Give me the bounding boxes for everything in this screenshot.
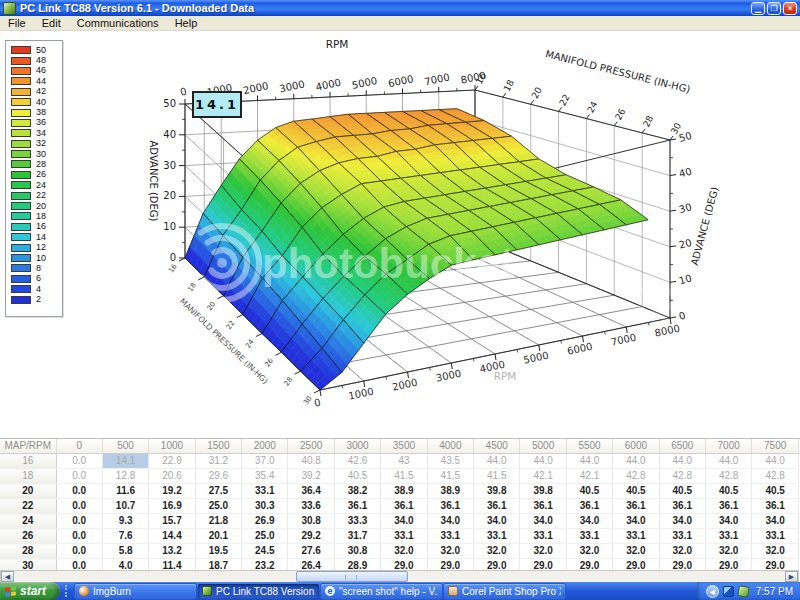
scroll-right-arrow-icon[interactable]: ▶	[785, 571, 798, 582]
table-cell[interactable]: 39.2	[288, 469, 334, 484]
table-cell[interactable]: 34.0	[566, 514, 612, 529]
app-icon[interactable]	[3, 2, 16, 15]
table-cell[interactable]: 10.7	[102, 499, 148, 514]
tray-network-icon[interactable]	[723, 586, 734, 597]
table-cell[interactable]: 32.0	[566, 544, 612, 559]
table-cell[interactable]: 34.0	[705, 514, 751, 529]
table-cell[interactable]: 44.0	[566, 454, 612, 469]
table-cell[interactable]: 31.7	[334, 529, 380, 544]
table-cell[interactable]: 42.1	[566, 469, 612, 484]
table-cell[interactable]: 44.0	[613, 454, 659, 469]
table-cell[interactable]: 12.8	[102, 469, 148, 484]
table-cell[interactable]: 36.1	[566, 499, 612, 514]
table-cell[interactable]: 19.5	[195, 544, 241, 559]
table-cell[interactable]: 33.1	[752, 529, 799, 544]
table-cell[interactable]: 40.5	[566, 484, 612, 499]
table-cell[interactable]: 39.8	[474, 484, 520, 499]
table-cell[interactable]: 41.5	[427, 469, 473, 484]
table-cell[interactable]: 14.4	[149, 529, 195, 544]
table-cell[interactable]: 34.0	[752, 514, 799, 529]
table-cell[interactable]: 44.0	[659, 454, 705, 469]
table-cell[interactable]: 34.0	[427, 514, 473, 529]
table-cell[interactable]: 14.1	[102, 454, 148, 469]
table-cell[interactable]: 29.6	[195, 469, 241, 484]
scrollbar-thumb[interactable]	[296, 571, 408, 582]
table-cell[interactable]: 32.0	[381, 544, 427, 559]
taskbar-button-pclink[interactable]: PC Link TC88 Version ...	[198, 584, 319, 599]
table-cell[interactable]: 21.8	[195, 514, 241, 529]
table-cell[interactable]: 5.8	[102, 544, 148, 559]
hide-tray-icons-chevron[interactable]: ◄	[706, 585, 719, 598]
table-cell[interactable]: 33.1	[427, 529, 473, 544]
table-cell[interactable]: 32.0	[520, 544, 566, 559]
table-cell[interactable]: 42.6	[334, 454, 380, 469]
table-cell[interactable]: 38.9	[381, 484, 427, 499]
restore-button[interactable]: ❐	[767, 2, 781, 15]
table-cell[interactable]: 36.1	[334, 499, 380, 514]
taskbar-button-browser[interactable]: e"screen shot" help - V...	[321, 584, 442, 599]
table-cell[interactable]: 36.1	[752, 499, 799, 514]
table-cell[interactable]: 36.1	[520, 499, 566, 514]
table-cell[interactable]: 0.0	[56, 544, 102, 559]
table-cell[interactable]: 16.9	[149, 499, 195, 514]
table-cell[interactable]: 34.0	[613, 514, 659, 529]
table-cell[interactable]: 30.8	[334, 544, 380, 559]
table-cell[interactable]: 33.6	[288, 499, 334, 514]
table-cell[interactable]: 44.0	[705, 454, 751, 469]
table-cell[interactable]: 34.0	[659, 514, 705, 529]
table-cell[interactable]: 44.0	[474, 454, 520, 469]
table-cell[interactable]: 25.0	[195, 499, 241, 514]
table-cell[interactable]: 33.1	[566, 529, 612, 544]
table-cell[interactable]: 33.1	[242, 484, 288, 499]
table-cell[interactable]: 34.0	[381, 514, 427, 529]
table-cell[interactable]: 31.2	[195, 454, 241, 469]
table-cell[interactable]: 39.8	[520, 484, 566, 499]
table-cell[interactable]: 22.9	[149, 454, 195, 469]
table-cell[interactable]: 42.8	[752, 469, 799, 484]
table-cell[interactable]: 25.0	[242, 529, 288, 544]
taskbar-button-corel[interactable]: Corel Paint Shop Pro X	[444, 584, 565, 599]
table-cell[interactable]: 33.3	[334, 514, 380, 529]
table-cell[interactable]: 38.9	[427, 484, 473, 499]
table-cell[interactable]: 13.2	[149, 544, 195, 559]
table-cell[interactable]: 36.1	[705, 499, 751, 514]
taskbar-button-imgburn[interactable]: ImgBurn	[75, 584, 196, 599]
table-cell[interactable]: 32.0	[427, 544, 473, 559]
table-cell[interactable]: 37.0	[242, 454, 288, 469]
table-cell[interactable]: 30.3	[242, 499, 288, 514]
table-cell[interactable]: 33.1	[520, 529, 566, 544]
minimize-button[interactable]: ▁	[751, 2, 765, 15]
table-cell[interactable]: 44.0	[520, 454, 566, 469]
table-cell[interactable]: 42.8	[613, 469, 659, 484]
table-cell[interactable]: 42.8	[705, 469, 751, 484]
table-cell[interactable]: 30.8	[288, 514, 334, 529]
scroll-left-arrow-icon[interactable]: ◀	[1, 571, 14, 582]
tray-update-icon[interactable]	[737, 585, 749, 597]
table-cell[interactable]: 40.5	[659, 484, 705, 499]
table-cell[interactable]: 15.7	[149, 514, 195, 529]
table-cell[interactable]: 35.4	[242, 469, 288, 484]
table-cell[interactable]: 24.5	[242, 544, 288, 559]
table-cell[interactable]: 33.1	[381, 529, 427, 544]
table-cell[interactable]: 19.2	[149, 484, 195, 499]
menu-item-help[interactable]: Help	[167, 17, 206, 29]
table-cell[interactable]: 27.6	[288, 544, 334, 559]
table-cell[interactable]: 33.1	[659, 529, 705, 544]
menu-item-communications[interactable]: Communications	[69, 17, 167, 29]
table-cell[interactable]: 33.1	[613, 529, 659, 544]
table-cell[interactable]: 33.1	[705, 529, 751, 544]
table-cell[interactable]: 0.0	[56, 514, 102, 529]
table-cell[interactable]: 36.1	[474, 499, 520, 514]
table-cell[interactable]: 0.0	[56, 484, 102, 499]
menu-item-file[interactable]: File	[0, 17, 34, 29]
table-cell[interactable]: 42.1	[520, 469, 566, 484]
table-cell[interactable]: 32.0	[752, 544, 799, 559]
table-cell[interactable]: 42.8	[659, 469, 705, 484]
table-cell[interactable]: 41.5	[381, 469, 427, 484]
table-cell[interactable]: 33.1	[474, 529, 520, 544]
table-cell[interactable]: 0.0	[56, 469, 102, 484]
table-cell[interactable]: 36.4	[288, 484, 334, 499]
table-cell[interactable]: 36.1	[659, 499, 705, 514]
table-cell[interactable]: 32.0	[613, 544, 659, 559]
table-cell[interactable]: 40.5	[613, 484, 659, 499]
